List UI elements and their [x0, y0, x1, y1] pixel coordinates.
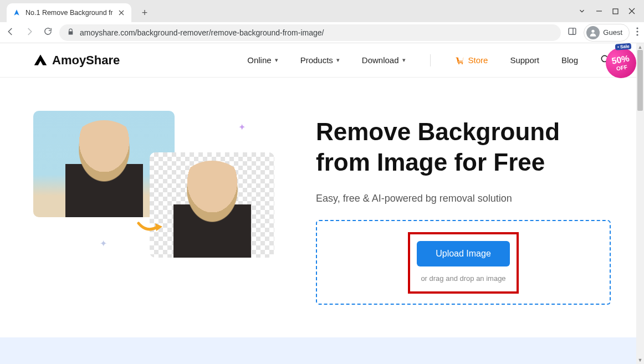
scrollbar[interactable]: ▲ ▼	[636, 43, 644, 364]
minimize-icon[interactable]	[596, 8, 602, 14]
drag-drop-hint: or drag and drop an image	[421, 274, 505, 283]
scroll-down-icon[interactable]: ▼	[636, 356, 644, 364]
nav-online[interactable]: Online▾	[247, 55, 278, 65]
svg-point-3	[636, 27, 638, 29]
new-tab-button[interactable]: +	[137, 5, 152, 20]
person-silhouette	[65, 120, 143, 217]
back-icon[interactable]	[6, 27, 16, 39]
footer-band	[0, 337, 636, 364]
chevron-down-icon[interactable]	[578, 7, 586, 15]
svg-rect-0	[613, 9, 618, 14]
reload-icon[interactable]	[43, 27, 53, 38]
forward-icon[interactable]	[24, 27, 34, 39]
browser-tab[interactable]: No.1 Remove Background from	[7, 3, 131, 22]
tab-title: No.1 Remove Background from	[25, 9, 113, 17]
logo[interactable]: AmoyShare	[33, 53, 120, 68]
svg-point-2	[592, 29, 595, 32]
hero-illustration: ✦ ✦	[33, 111, 294, 294]
nav-blog[interactable]: Blog	[561, 55, 578, 65]
favicon-icon	[12, 8, 21, 17]
maximize-icon[interactable]	[612, 8, 619, 14]
upload-dropzone[interactable]: Upload Image or drag and drop an image	[316, 220, 611, 305]
upload-image-button[interactable]: Upload Image	[417, 241, 510, 266]
scrollbar-thumb[interactable]	[637, 50, 643, 111]
nav-support[interactable]: Support	[510, 55, 539, 65]
nav-separator	[430, 54, 431, 66]
url-bar-row: amoyshare.com/background-remover/remove-…	[0, 22, 644, 43]
avatar-icon	[586, 26, 600, 39]
cart-icon	[455, 56, 465, 65]
close-tab-icon[interactable]	[117, 8, 126, 17]
browser-tab-strip: No.1 Remove Background from +	[0, 0, 644, 22]
window-controls	[569, 0, 644, 22]
profile-label: Guest	[603, 28, 622, 37]
url-text: amoyshare.com/background-remover/remove-…	[80, 28, 324, 37]
svg-rect-1	[569, 28, 576, 34]
svg-point-4	[636, 30, 638, 32]
nav-store[interactable]: Store	[455, 55, 488, 65]
close-window-icon[interactable]	[628, 8, 635, 14]
kebab-menu-icon[interactable]	[636, 27, 638, 38]
panel-icon[interactable]	[568, 27, 577, 38]
sale-off: OFF	[616, 64, 628, 71]
svg-point-6	[458, 63, 459, 64]
main-nav: Online▾ Products▾ Download▾ Store Suppor…	[247, 54, 611, 66]
nav-products[interactable]: Products▾	[300, 55, 340, 65]
site-header: AmoyShare Online▾ Products▾ Download▾ St…	[0, 43, 644, 78]
svg-point-5	[636, 34, 638, 35]
arrow-icon	[136, 219, 163, 235]
chevron-down-icon: ▾	[336, 57, 340, 64]
profile-button[interactable]: Guest	[584, 24, 630, 42]
address-bar[interactable]: amoyshare.com/background-remover/remove-…	[59, 24, 561, 41]
page-subtitle: Easy, free & AI-powered bg removal solut…	[316, 193, 611, 204]
lock-icon	[67, 28, 74, 37]
nav-download[interactable]: Download▾	[362, 55, 406, 65]
sale-tag: • Sale	[615, 43, 631, 50]
chevron-down-icon: ▾	[402, 57, 406, 64]
logo-text: AmoyShare	[52, 53, 120, 68]
upload-highlight-box: Upload Image or drag and drop an image	[408, 232, 519, 294]
person-silhouette	[173, 161, 251, 258]
sparkle-icon: ✦	[100, 238, 107, 249]
svg-point-7	[461, 63, 462, 64]
chevron-down-icon: ▾	[275, 57, 278, 64]
page-title: Remove Background from Image for Free	[316, 116, 611, 177]
after-image	[150, 152, 274, 258]
sparkle-icon: ✦	[238, 122, 246, 132]
hero-content: Remove Background from Image for Free Ea…	[316, 111, 611, 305]
hero-section: ✦ ✦ Remove Background from Image for Fre…	[0, 78, 644, 327]
